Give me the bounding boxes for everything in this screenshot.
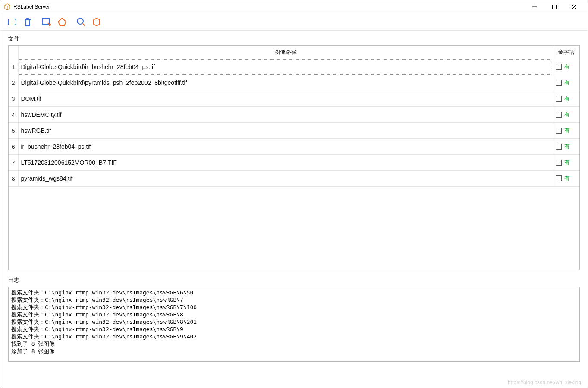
row-number: 8	[9, 171, 18, 187]
tool-add-image[interactable]	[5, 15, 19, 29]
log-section: 日志 搜索文件夹：C:\nginx-rtmp-win32-dev\rsImage…	[8, 276, 580, 362]
row-pyramid-cell: 有	[553, 155, 579, 171]
table-row[interactable]: 1Digital-Globe-Quickbird\ir_bushehr_28fe…	[9, 59, 579, 75]
row-number: 6	[9, 139, 18, 155]
table-row[interactable]: 6ir_bushehr_28feb04_ps.tif有	[9, 139, 579, 155]
log-textarea[interactable]: 搜索文件夹：C:\nginx-rtmp-win32-dev\rsImages\h…	[8, 287, 580, 362]
files-table: 图像路径 金字塔 1Digital-Globe-Quickbird\ir_bus…	[9, 46, 579, 187]
row-pyramid-cell: 有	[553, 123, 579, 139]
files-table-header-path[interactable]: 图像路径	[18, 46, 553, 59]
pyramid-status: 有	[564, 95, 570, 103]
pyramid-checkbox[interactable]	[556, 112, 562, 118]
row-number: 3	[9, 91, 18, 107]
table-row[interactable]: 7LT51720312006152MOR00_B7.TIF有	[9, 155, 579, 171]
pyramid-checkbox[interactable]	[556, 160, 562, 166]
row-path[interactable]: LT51720312006152MOR00_B7.TIF	[18, 155, 553, 171]
pyramid-checkbox[interactable]	[556, 175, 562, 181]
row-pyramid-cell: 有	[553, 107, 579, 123]
table-row[interactable]: 8pyramids_wgs84.tif有	[9, 171, 579, 187]
table-row[interactable]: 3DOM.tif有	[9, 91, 579, 107]
row-path[interactable]: pyramids_wgs84.tif	[18, 171, 553, 187]
pyramid-status: 有	[564, 127, 570, 135]
table-row[interactable]: 5hswRGB.tif有	[9, 123, 579, 139]
pyramid-checkbox[interactable]	[556, 64, 562, 70]
tool-search[interactable]	[74, 15, 88, 29]
row-pyramid-cell: 有	[553, 75, 579, 91]
titlebar: RSLabel Server	[0, 0, 588, 13]
minimize-button[interactable]	[525, 0, 544, 13]
files-table-container: 图像路径 金字塔 1Digital-Globe-Quickbird\ir_bus…	[8, 45, 580, 270]
window-controls	[525, 0, 584, 13]
row-number: 1	[9, 59, 18, 75]
log-section-label: 日志	[8, 276, 580, 287]
pyramid-checkbox[interactable]	[556, 128, 562, 134]
table-row[interactable]: 4hswDEMCity.tif有	[9, 107, 579, 123]
pyramid-status: 有	[564, 159, 570, 166]
row-path[interactable]: DOM.tif	[18, 91, 553, 107]
maximize-button[interactable]	[544, 0, 564, 13]
row-pyramid-cell: 有	[553, 139, 579, 155]
pyramid-status: 有	[564, 175, 570, 182]
svg-rect-1	[553, 5, 557, 9]
tool-delete[interactable]	[20, 15, 35, 29]
table-row[interactable]: 2Digital-Globe-Quickbird\pyramids_psh_2f…	[9, 75, 579, 91]
pyramid-status: 有	[564, 143, 570, 150]
tool-hexagon[interactable]	[89, 15, 104, 29]
pyramid-status: 有	[564, 111, 570, 119]
row-path[interactable]: Digital-Globe-Quickbird\ir_bushehr_28feb…	[18, 59, 553, 75]
row-path[interactable]: hswDEMCity.tif	[18, 107, 553, 123]
tool-rectangle[interactable]	[39, 15, 54, 29]
svg-point-7	[77, 18, 83, 24]
svg-line-8	[82, 23, 85, 26]
pyramid-checkbox[interactable]	[556, 96, 562, 102]
row-number: 2	[9, 75, 18, 91]
row-path[interactable]: hswRGB.tif	[18, 123, 553, 139]
files-table-corner	[9, 46, 18, 59]
row-number: 7	[9, 155, 18, 171]
files-section-label: 文件	[8, 35, 580, 45]
tool-polygon[interactable]	[55, 15, 69, 29]
row-number: 5	[9, 123, 18, 139]
content-area: 文件 图像路径 金字塔 1Digital-Globe-Quickbird\ir_…	[0, 31, 588, 388]
row-pyramid-cell: 有	[553, 91, 579, 107]
close-button[interactable]	[564, 0, 584, 13]
pyramid-status: 有	[564, 63, 570, 71]
files-table-header-pyramid[interactable]: 金字塔	[553, 46, 579, 59]
window-title: RSLabel Server	[13, 4, 50, 10]
toolbar	[0, 13, 588, 31]
pyramid-checkbox[interactable]	[556, 144, 562, 150]
row-pyramid-cell: 有	[553, 171, 579, 187]
row-path[interactable]: Digital-Globe-Quickbird\pyramids_psh_2fe…	[18, 75, 553, 91]
app-icon	[4, 3, 11, 10]
pyramid-checkbox[interactable]	[556, 80, 562, 86]
pyramid-status: 有	[564, 79, 570, 87]
row-pyramid-cell: 有	[553, 59, 579, 75]
row-path[interactable]: ir_bushehr_28feb04_ps.tif	[18, 139, 553, 155]
row-number: 4	[9, 107, 18, 123]
